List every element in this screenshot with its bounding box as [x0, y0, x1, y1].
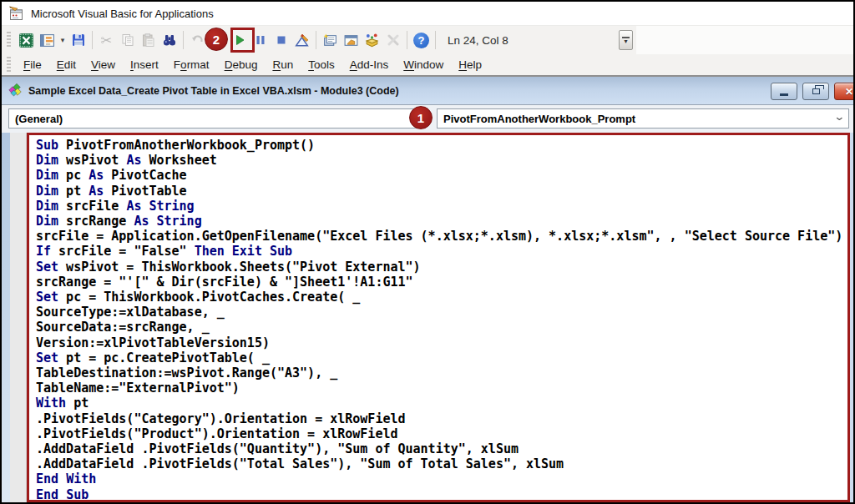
code-line: Sub PivotFromAnotherWorkbook_Prompt()	[36, 138, 846, 153]
code-line: End With	[36, 471, 846, 486]
chevron-down-icon: ⌄	[833, 110, 845, 123]
menu-item-tools[interactable]: Tools	[301, 55, 342, 74]
cut-button[interactable]: ✂	[96, 29, 117, 51]
toolbox-icon	[386, 33, 401, 48]
procedure-dropdown[interactable]: PivotFromAnotherWorkbook_Prompt ⌄	[437, 108, 849, 129]
design-mode-icon	[294, 33, 310, 48]
code-window-title-bar: Sample Excel Data_Create Pivot Table in …	[2, 77, 853, 105]
userform-icon	[39, 33, 55, 48]
code-line: Set pc = ThisWorkbook.PivotCaches.Create…	[36, 290, 846, 305]
minimize-button[interactable]	[771, 83, 797, 100]
project-explorer-button[interactable]	[320, 29, 341, 51]
code-line: With pt	[36, 396, 846, 411]
reset-button[interactable]	[271, 29, 291, 51]
margin-indicator-bar[interactable]	[10, 133, 27, 502]
menu-item-help[interactable]: Help	[451, 55, 489, 74]
help-icon: ?	[413, 33, 429, 48]
toolbar-drag-handle[interactable]	[7, 32, 11, 48]
code-lines: Sub PivotFromAnotherWorkbook_Prompt()Dim…	[36, 138, 846, 502]
design-mode-button[interactable]	[291, 29, 312, 51]
menu-item-format[interactable]: Format	[166, 55, 217, 74]
vba-app-icon	[8, 6, 24, 22]
toolbar-strip: ▾ ✂	[2, 26, 636, 54]
overflow-caret-icon: ▾	[624, 39, 627, 43]
menubar-drag-handle[interactable]	[7, 57, 11, 73]
app-title-bar: Microsoft Visual Basic for Applications	[2, 2, 853, 26]
object-browser-button[interactable]	[362, 29, 382, 51]
menu-item-debug[interactable]: Debug	[217, 55, 266, 74]
menu-item-addins[interactable]: Add-Ins	[342, 55, 397, 74]
object-dropdown-value: (General)	[15, 113, 63, 125]
restore-button[interactable]	[802, 83, 829, 100]
code-line: End Sub	[36, 487, 846, 502]
object-browser-icon	[364, 33, 380, 48]
object-dropdown[interactable]: (General) ⌄	[8, 108, 423, 129]
vba-editor-window: Microsoft Visual Basic for Applications	[0, 0, 855, 504]
toolbar-separator	[407, 31, 407, 49]
code-window-title: Sample Excel Data_Create Pivot Table in …	[28, 85, 399, 97]
scissors-icon: ✂	[101, 33, 112, 48]
standard-toolbar: ▾ ✂	[2, 26, 853, 54]
help-button[interactable]: ?	[411, 29, 432, 51]
code-line: .PivotFields("Category").Orientation = x…	[36, 411, 846, 426]
close-icon: ✕	[845, 87, 853, 97]
save-icon	[71, 33, 86, 48]
find-button[interactable]	[159, 29, 180, 51]
menu-item-file[interactable]: File	[16, 55, 49, 74]
pause-icon	[253, 33, 268, 48]
annotation-step-2: 2	[205, 28, 228, 51]
toolbox-button[interactable]	[382, 29, 403, 51]
minimize-icon	[780, 93, 788, 96]
view-excel-button[interactable]	[16, 29, 37, 51]
toolbar-overflow-button[interactable]: ▾	[619, 30, 633, 50]
menu-item-insert[interactable]: Insert	[123, 55, 166, 74]
window-frame-left	[2, 133, 10, 502]
code-line: If srcFile = "False" Then Exit Sub	[36, 244, 846, 259]
code-line: SourceType:=xlDatabase, _	[36, 305, 846, 320]
caret-down-icon: ▾	[61, 36, 65, 44]
copy-icon	[120, 33, 135, 48]
save-button[interactable]	[68, 29, 89, 51]
undo-arrow-icon	[190, 33, 205, 48]
copy-button[interactable]	[117, 29, 138, 51]
code-line: Set pt = pc.CreatePivotTable( _	[36, 350, 846, 365]
code-line: Dim pt As PivotTable	[36, 184, 846, 199]
toolbar-separator	[435, 31, 436, 49]
code-line: Set wsPivot = ThisWorkbook.Sheets("Pivot…	[36, 260, 846, 275]
window-frame-right	[850, 133, 853, 502]
code-line: Dim pc As PivotCache	[36, 168, 846, 183]
menu-item-window[interactable]: Window	[396, 55, 451, 74]
toolbar-separator	[183, 31, 184, 49]
code-line: Dim wsPivot As Worksheet	[36, 153, 846, 168]
code-line: SourceData:=srcRange, _	[36, 320, 846, 335]
line-col-indicator: Ln 24, Col 8	[448, 34, 508, 47]
close-button[interactable]: ✕	[834, 83, 855, 100]
code-line: TableName:="ExternalPivot")	[36, 381, 846, 396]
toolbar-separator	[92, 31, 93, 49]
project-explorer-icon	[322, 33, 338, 48]
code-line: Dim srcRange As String	[36, 214, 846, 229]
code-line: .AddDataField .PivotFields("Total Sales"…	[36, 456, 846, 471]
stop-square-icon	[274, 33, 289, 48]
code-region: Sub PivotFromAnotherWorkbook_Prompt()Dim…	[2, 133, 853, 502]
menu-bar: FileEditViewInsertFormatDebugRunToolsAdd…	[2, 54, 853, 77]
restore-icon	[812, 88, 820, 94]
code-line: .AddDataField .PivotFields("Quantity"), …	[36, 441, 846, 456]
annotation-run-highlight	[230, 28, 255, 53]
menu-item-edit[interactable]: Edit	[49, 55, 83, 74]
procedure-dropdown-value: PivotFromAnotherWorkbook_Prompt	[443, 113, 635, 125]
properties-window-icon	[343, 33, 359, 48]
code-line: TableDestination:=wsPivot.Range("A3"), _	[36, 365, 846, 381]
code-line: srcFile = Application.GetOpenFilename("E…	[36, 229, 846, 244]
insert-userform-button[interactable]	[37, 29, 58, 51]
binoculars-icon	[162, 33, 177, 48]
app-title: Microsoft Visual Basic for Applications	[31, 8, 214, 20]
code-window: Sample Excel Data_Create Pivot Table in …	[2, 77, 853, 502]
insert-dropdown-caret[interactable]: ▾	[58, 29, 68, 51]
paste-button[interactable]	[138, 29, 159, 51]
code-line: Dim srcFile As String	[36, 199, 846, 214]
properties-window-button[interactable]	[341, 29, 362, 51]
menu-item-view[interactable]: View	[83, 55, 123, 74]
code-editor[interactable]: Sub PivotFromAnotherWorkbook_Prompt()Dim…	[27, 133, 850, 502]
menu-item-run[interactable]: Run	[265, 55, 301, 74]
